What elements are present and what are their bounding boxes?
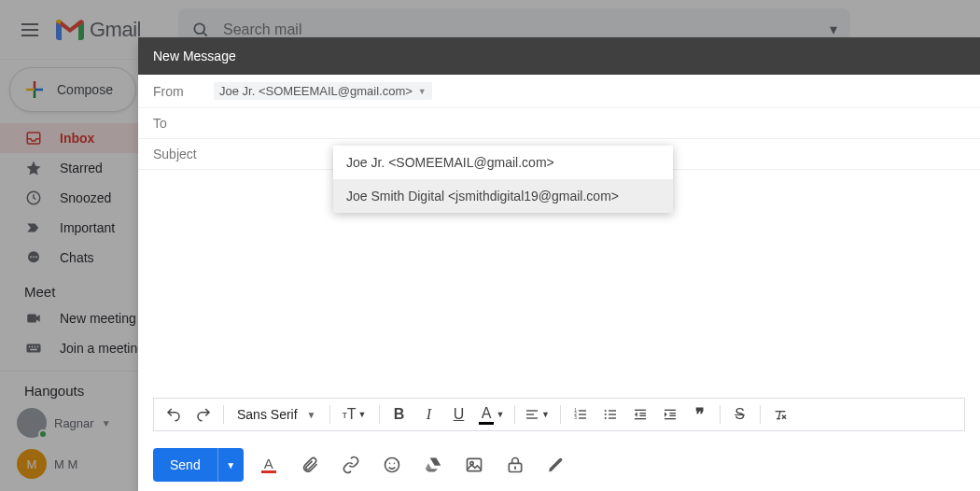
caret-down-icon: ▼ bbox=[307, 410, 316, 420]
font-family-selector[interactable]: Sans Serif ▼ bbox=[230, 407, 324, 422]
align-button[interactable]: ▼ bbox=[521, 400, 554, 428]
send-button-group: Send ▼ bbox=[153, 448, 244, 482]
strikethrough-button[interactable]: S bbox=[726, 400, 754, 428]
to-row[interactable]: To bbox=[138, 108, 980, 139]
undo-button[interactable] bbox=[160, 400, 188, 428]
from-option[interactable]: Joe Smith Digital <jsmithdigital19@gmail… bbox=[333, 179, 673, 213]
from-dropdown: Joe Jr. <SOMEEMAIL@gmail.com> Joe Smith … bbox=[333, 146, 673, 213]
insert-link-button[interactable] bbox=[335, 449, 367, 481]
send-button[interactable]: Send bbox=[153, 448, 217, 482]
formatting-toolbar: Sans Serif ▼ тT▼ B I U A▼ ▼ 123 ❞ S bbox=[153, 398, 965, 431]
to-label: To bbox=[153, 116, 204, 131]
numbered-list-button[interactable]: 123 bbox=[567, 400, 595, 428]
svg-point-32 bbox=[604, 414, 606, 415]
from-row: From Joe Jr. <SOMEEMAIL@gmail.com> ▼ bbox=[138, 75, 980, 108]
text-color-button[interactable]: A▼ bbox=[475, 400, 509, 428]
formatting-toggle-button[interactable]: A bbox=[253, 449, 285, 481]
remove-formatting-button[interactable] bbox=[766, 400, 794, 428]
svg-point-33 bbox=[604, 417, 606, 419]
insert-drive-button[interactable] bbox=[417, 449, 449, 481]
indent-less-button[interactable] bbox=[626, 400, 654, 428]
italic-button[interactable]: I bbox=[415, 400, 443, 428]
attach-file-button[interactable] bbox=[294, 449, 326, 481]
svg-point-49 bbox=[393, 463, 395, 465]
send-options-button[interactable]: ▼ bbox=[217, 448, 244, 482]
compose-window: New Message From Joe Jr. <SOMEEMAIL@gmai… bbox=[138, 37, 980, 491]
caret-down-icon: ▼ bbox=[418, 87, 427, 96]
svg-point-48 bbox=[388, 463, 390, 465]
compose-footer: Send ▼ A bbox=[138, 439, 980, 491]
redo-button[interactable] bbox=[189, 400, 217, 428]
from-selector[interactable]: Joe Jr. <SOMEEMAIL@gmail.com> ▼ bbox=[214, 82, 432, 100]
svg-rect-50 bbox=[467, 458, 481, 470]
quote-button[interactable]: ❞ bbox=[686, 400, 714, 428]
indent-more-button[interactable] bbox=[656, 400, 684, 428]
bold-button[interactable]: B bbox=[385, 400, 413, 428]
compose-titlebar[interactable]: New Message bbox=[138, 37, 980, 75]
insert-emoji-button[interactable] bbox=[376, 449, 408, 481]
insert-photo-button[interactable] bbox=[458, 449, 490, 481]
insert-signature-button[interactable] bbox=[540, 449, 572, 481]
from-option[interactable]: Joe Jr. <SOMEEMAIL@gmail.com> bbox=[333, 146, 673, 179]
from-label: From bbox=[153, 84, 204, 99]
underline-button[interactable]: U bbox=[445, 400, 473, 428]
svg-text:3: 3 bbox=[574, 415, 577, 420]
font-size-button[interactable]: тT▼ bbox=[336, 400, 373, 428]
svg-point-47 bbox=[385, 458, 399, 472]
bulleted-list-button[interactable] bbox=[596, 400, 624, 428]
from-selected-value: Joe Jr. <SOMEEMAIL@gmail.com> bbox=[219, 84, 413, 98]
subject-label: Subject bbox=[153, 147, 204, 161]
compose-title: New Message bbox=[153, 49, 236, 63]
svg-line-43 bbox=[778, 412, 780, 419]
confidential-mode-button[interactable] bbox=[499, 449, 531, 481]
svg-point-31 bbox=[604, 410, 606, 412]
